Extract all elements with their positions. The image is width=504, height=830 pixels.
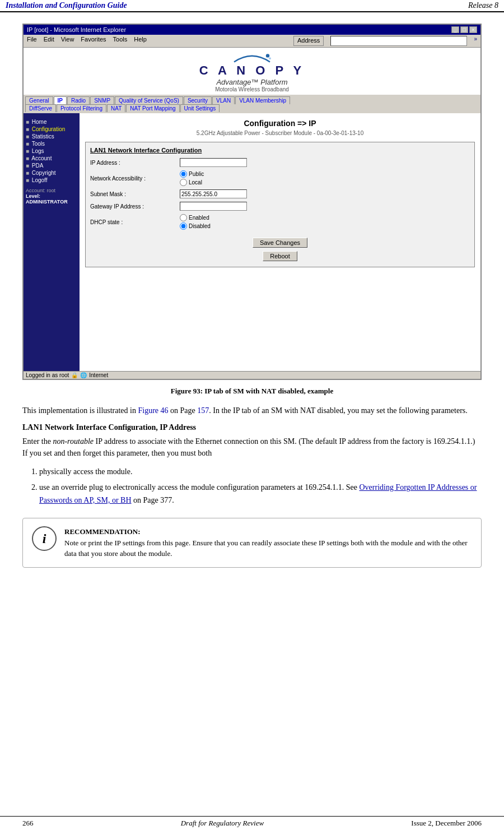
radio-public-input[interactable] — [180, 170, 187, 178]
tab-qos[interactable]: Quality of Service (QoS) — [115, 96, 183, 104]
body-list: physically access the module. use an ove… — [39, 466, 482, 507]
body-p2-pre: Enter the — [22, 437, 53, 446]
tab-vlan-membership[interactable]: VLAN Membership — [235, 96, 290, 104]
body-text-post: . In the IP tab of an SM with NAT disabl… — [209, 406, 468, 415]
sidebar-item-statistics[interactable]: ■ Statistics — [26, 133, 77, 140]
radio-dhcp-enabled: Enabled — [180, 214, 470, 221]
gateway-ip-input[interactable] — [180, 202, 247, 211]
network-accessibility-row: Network Accessibility : Public Local — [90, 170, 470, 186]
network-accessibility-value: Public Local — [180, 170, 470, 186]
sidebar-item-configuration[interactable]: ■ Configuration — [26, 126, 77, 132]
subnet-mask-value — [180, 189, 470, 198]
menu-tools[interactable]: Tools — [113, 36, 128, 46]
internet-icon: 🌐 — [80, 372, 87, 378]
body-paragraph1: This implementation is illustrated in Fi… — [22, 405, 482, 416]
list-item-1-text: physically access the module. — [39, 467, 132, 476]
config-section-title: LAN1 Network Interface Configuration — [90, 147, 470, 154]
figure-caption: Figure 93: IP tab of SM with NAT disable… — [22, 387, 482, 396]
body-p2-italic: non-routable — [53, 437, 94, 446]
radio-local-input[interactable] — [180, 179, 187, 186]
tab-ip[interactable]: IP — [54, 96, 67, 104]
sidebar-account: Account: root Level: ADMINISTRATOR — [26, 188, 77, 205]
page-header: Installation and Configuration Guide Rel… — [0, 0, 504, 12]
doc-title: Installation and Configuration Guide — [6, 1, 127, 10]
config-page-heading: Configuration => IP — [85, 119, 475, 128]
menu-help[interactable]: Help — [134, 36, 147, 46]
status-icons: 🔒 🌐 Internet — [71, 372, 108, 378]
radio-dhcp-enabled-input[interactable] — [180, 214, 187, 221]
radio-dhcp-disabled-input[interactable] — [180, 222, 187, 230]
lock-icon: 🔒 — [71, 372, 78, 378]
menu-edit[interactable]: Edit — [44, 36, 54, 46]
browser-statusbar: Logged in as root 🔒 🌐 Internet — [24, 371, 480, 379]
network-accessibility-label: Network Accessibility : — [90, 175, 180, 182]
body-text-mid: on Page — [169, 406, 198, 415]
sidebar-item-copyright[interactable]: ■ Copyright — [26, 170, 77, 176]
tab-nat-port-mapping[interactable]: NAT Port Mapping — [126, 104, 179, 112]
tab-diffserve[interactable]: DiffServe — [25, 104, 56, 112]
browser-window: IP [root] - Microsoft Internet Explorer … — [22, 24, 482, 380]
note-box: i RECOMMENDATION: Note or print the IP s… — [22, 518, 482, 568]
footer-page-number: 266 — [22, 819, 34, 828]
browser-menubar: File Edit View Favorites Tools Help Addr… — [24, 35, 480, 48]
config-section: LAN1 Network Interface Configuration IP … — [85, 142, 475, 267]
body-text-pre: This implementation is illustrated in — [22, 406, 138, 415]
subnet-mask-input[interactable] — [180, 189, 247, 198]
minimize-button[interactable]: _ — [451, 26, 459, 33]
nav-tabs-row1: General IP Radio SNMP Quality of Service… — [24, 95, 480, 104]
tab-nat[interactable]: NAT — [107, 104, 125, 112]
svg-point-0 — [266, 54, 269, 57]
sidebar-item-account[interactable]: ■ Account — [26, 155, 77, 161]
canopy-subtitle: Advantage™ Platform — [216, 78, 287, 86]
ip-address-row: IP Address : — [90, 158, 470, 167]
gateway-ip-label: Gateway IP Address : — [90, 203, 180, 210]
canopy-main-panel: Configuration => IP 5.2GHz Adjustable Po… — [80, 113, 480, 371]
canopy-arc-svg — [230, 52, 274, 63]
figure-link[interactable]: Figure 46 — [138, 406, 168, 415]
tab-radio[interactable]: Radio — [67, 96, 90, 104]
canopy-main-layout: ■ Home ■ Configuration ■ Statistics ■ To… — [24, 113, 480, 371]
menu-view[interactable]: View — [61, 36, 74, 46]
radio-dhcp-enabled-label: Enabled — [189, 215, 209, 221]
svg-point-1 — [269, 57, 271, 59]
go-button[interactable]: » — [474, 36, 477, 46]
menu-favorites[interactable]: Favorites — [81, 36, 106, 46]
ip-address-label: IP Address : — [90, 160, 180, 166]
reboot-button[interactable]: Reboot — [263, 251, 297, 261]
browser-titlebar: IP [root] - Microsoft Internet Explorer … — [24, 25, 480, 35]
status-text: Logged in as root — [26, 372, 69, 378]
list-item-1: physically access the module. — [39, 466, 482, 478]
page-footer: 266 Draft for Regulatory Review Issue 2,… — [0, 816, 504, 830]
sidebar-item-pda[interactable]: ■ PDA — [26, 163, 77, 169]
internet-label: Internet — [89, 372, 108, 378]
sidebar-item-logs[interactable]: ■ Logs — [26, 148, 77, 154]
menu-file[interactable]: File — [27, 36, 37, 46]
ip-address-input[interactable] — [180, 158, 247, 167]
tab-security[interactable]: Security — [184, 96, 212, 104]
list-item-2-post: on Page 377. — [132, 496, 174, 504]
radio-public-label: Public — [189, 171, 204, 177]
save-changes-button[interactable]: Save Changes — [253, 238, 307, 248]
tab-vlan[interactable]: VLAN — [212, 96, 235, 104]
close-button[interactable]: × — [469, 26, 477, 33]
sidebar-item-home[interactable]: ■ Home — [26, 119, 77, 125]
tab-protocol-filtering[interactable]: Protocol Filtering — [57, 104, 106, 112]
tab-snmp[interactable]: SNMP — [90, 96, 114, 104]
note-text: Note or print the IP settings from this … — [64, 537, 472, 559]
tab-unit-settings[interactable]: Unit Settings — [180, 104, 220, 112]
sidebar-item-logoff[interactable]: ■ Logoff — [26, 177, 77, 183]
maximize-button[interactable]: □ — [460, 26, 468, 33]
radio-local-label: Local — [189, 179, 202, 186]
browser-title: IP [root] - Microsoft Internet Explorer — [27, 26, 126, 33]
page-link[interactable]: 157 — [197, 406, 209, 415]
note-icon: i — [32, 526, 57, 551]
tab-general[interactable]: General — [25, 96, 53, 104]
address-input[interactable] — [330, 36, 467, 46]
dhcp-state-value: Enabled Disabled — [180, 214, 470, 230]
gateway-ip-value — [180, 202, 470, 211]
account-label: Account: root — [26, 188, 77, 193]
button-area: Save Changes Reboot — [90, 237, 470, 262]
lan1-section-heading: LAN1 Network Interface Configuration, IP… — [22, 423, 482, 432]
gateway-ip-row: Gateway IP Address : — [90, 202, 470, 211]
sidebar-item-tools[interactable]: ■ Tools — [26, 141, 77, 147]
